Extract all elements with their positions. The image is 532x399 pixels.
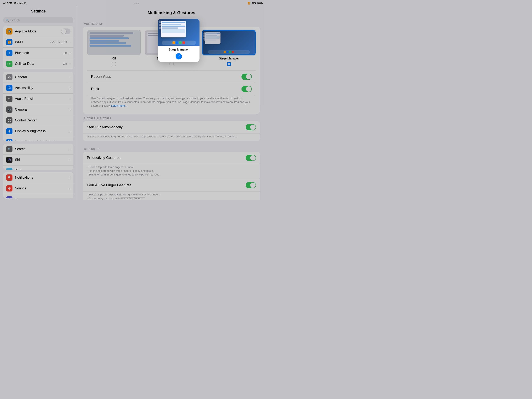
popup-overlay: Stage Manager ✓ [0, 0, 266, 200]
popup-stage-image [158, 19, 200, 46]
popup-card: Stage Manager ✓ [158, 19, 200, 62]
check-circle: ✓ [176, 53, 182, 59]
checkmark-icon: ✓ [177, 54, 180, 58]
popup-label: Stage Manager [158, 46, 200, 53]
popup-check: ✓ [158, 53, 200, 62]
